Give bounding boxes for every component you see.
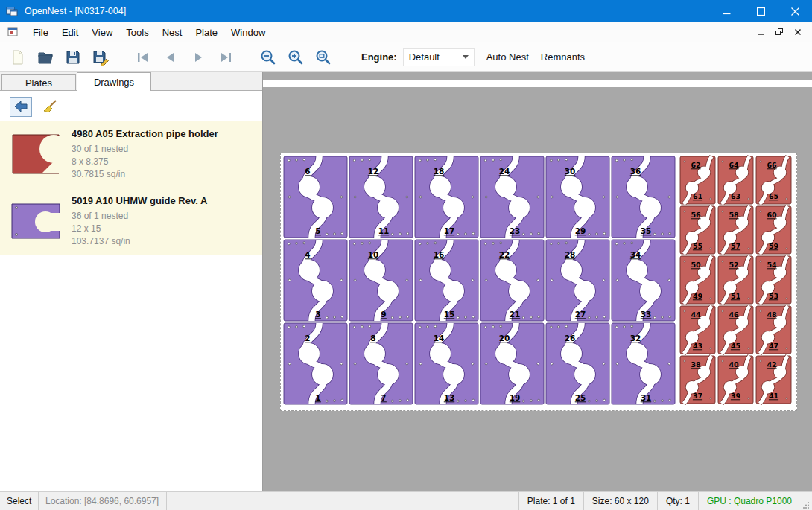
svg-text:17: 17 [444,226,455,235]
nest-part-pair-red[interactable]: 4645 [718,306,753,354]
nest-part-pair-red[interactable]: 5857 [718,206,753,254]
nest-part-pair-red[interactable]: 5655 [680,206,715,254]
menu-view[interactable]: View [85,24,119,41]
nest-part-pair-red[interactable]: 5453 [756,256,791,304]
import-drawing-button[interactable] [10,97,32,117]
menu-plate[interactable]: Plate [188,24,224,41]
nest-part-pair-red[interactable]: 5049 [680,256,715,304]
svg-text:8: 8 [370,334,375,342]
nest-part-pair-purple[interactable]: 2423 [480,156,544,238]
drawing-item-uhmw-guide[interactable]: 5019 A10 UHMW guide Rev. A 36 of 1 neste… [0,188,262,255]
save-as-icon [92,48,110,66]
nav-prev-icon [162,48,180,66]
document-window-icon [7,26,19,38]
svg-text:56: 56 [691,211,701,219]
open-folder-icon [37,48,54,66]
nest-part-pair-purple[interactable]: 1615 [415,240,478,321]
nest-part-pair-red[interactable]: 4847 [756,306,791,354]
import-arrow-icon [13,99,29,114]
drawing-meta: 4980 A05 Extraction pipe holder 30 of 1 … [70,127,218,181]
nest-part-pair-red[interactable]: 6261 [680,156,715,204]
nest-part-pair-purple[interactable]: 65 [284,156,347,238]
new-file-button[interactable] [6,45,30,69]
tab-plates[interactable]: Plates [1,74,76,90]
save-as-button[interactable] [89,45,112,69]
nest-part-pair-purple[interactable]: 109 [349,240,413,321]
nest-part-pair-red[interactable]: 6059 [756,206,791,254]
nest-part-pair-purple[interactable]: 2827 [546,240,609,321]
remnants-button[interactable]: Remnants [541,51,585,63]
svg-text:48: 48 [767,310,777,319]
nest-part-pair-purple[interactable]: 2221 [480,240,544,321]
nest-part-pair-purple[interactable]: 1211 [349,156,413,238]
nest-canvas[interactable]: 6512111817242330293635431091615222128273… [263,72,812,491]
svg-text:45: 45 [731,342,740,350]
zoom-out-button[interactable] [256,45,280,69]
nest-part-pair-purple[interactable]: 2019 [480,323,544,404]
mdi-close-button[interactable] [790,25,806,39]
nav-last-button[interactable] [214,45,238,69]
nest-part-pair-purple[interactable]: 1817 [415,156,478,238]
drawings-toolbar [0,91,262,118]
zoom-out-icon [259,48,277,66]
dropdown-arrow-icon [463,55,469,59]
part-thumbnail [10,194,70,248]
nav-first-button[interactable] [131,45,155,69]
drawing-size: 12 x 15 [72,223,207,235]
maximize-button[interactable] [743,0,778,22]
drawing-item-extraction-pipe-holder[interactable]: 4980 A05 Extraction pipe holder 30 of 1 … [0,121,262,188]
nav-prev-button[interactable] [159,45,183,69]
menu-nest[interactable]: Nest [156,24,189,41]
svg-text:26: 26 [565,334,576,342]
nest-part-pair-purple[interactable]: 3635 [612,156,675,238]
nest-part-pair-purple[interactable]: 2625 [546,323,609,404]
nest-part-pair-red[interactable]: 4241 [756,356,791,404]
status-gpu: GPU : Quadro P1000 [698,492,800,510]
clear-drawings-button[interactable] [39,97,61,117]
nest-part-pair-purple[interactable]: 3433 [612,240,675,321]
nest-part-pair-red[interactable]: 6665 [756,156,791,204]
minimize-button[interactable] [709,0,743,22]
engine-select[interactable]: Default [403,48,475,66]
menu-edit[interactable]: Edit [55,24,85,41]
svg-text:36: 36 [630,167,641,176]
save-icon [64,48,82,66]
drawing-title: 5019 A10 UHMW guide Rev. A [72,194,207,207]
resize-grip[interactable] [800,492,812,510]
mdi-restore-button[interactable] [771,25,787,39]
nest-part-pair-purple[interactable]: 43 [284,240,347,321]
tab-drawings[interactable]: Drawings [77,72,151,91]
plate[interactable]: 6512111817242330293635431091615222128273… [280,153,797,411]
zoom-fit-button[interactable] [311,45,335,69]
nest-part-pair-red[interactable]: 5251 [718,256,753,304]
svg-text:6: 6 [305,167,310,176]
svg-text:11: 11 [378,226,390,235]
nest-part-pair-purple[interactable]: 87 [349,323,413,404]
open-file-button[interactable] [34,45,57,69]
maximize-icon [757,7,765,16]
menu-window[interactable]: Window [224,24,272,41]
nest-part-pair-purple[interactable]: 1413 [415,323,478,404]
save-button[interactable] [61,45,85,69]
nest-part-pair-purple[interactable]: 3029 [546,156,609,238]
svg-text:39: 39 [731,392,740,400]
menu-tools[interactable]: Tools [119,24,155,41]
minimize-icon [723,7,731,16]
auto-nest-button[interactable]: Auto Nest [486,51,529,63]
nest-part-pair-red[interactable]: 4443 [680,306,715,354]
nest-part-pair-purple[interactable]: 3231 [612,323,675,404]
zoom-in-button[interactable] [284,45,308,69]
nav-first-icon [134,48,152,66]
svg-text:28: 28 [565,250,576,259]
close-button[interactable] [778,0,812,22]
menu-file[interactable]: File [26,24,55,41]
mdi-minimize-button[interactable] [752,25,769,39]
svg-text:64: 64 [729,161,739,169]
nest-part-pair-purple[interactable]: 21 [284,323,347,404]
nest-part-pair-red[interactable]: 4039 [718,356,753,404]
nest-part-pair-red[interactable]: 6463 [718,156,753,204]
svg-text:53: 53 [769,292,778,300]
mdi-restore-icon [775,28,784,36]
nav-next-button[interactable] [186,45,210,69]
nest-part-pair-red[interactable]: 3837 [680,356,715,404]
